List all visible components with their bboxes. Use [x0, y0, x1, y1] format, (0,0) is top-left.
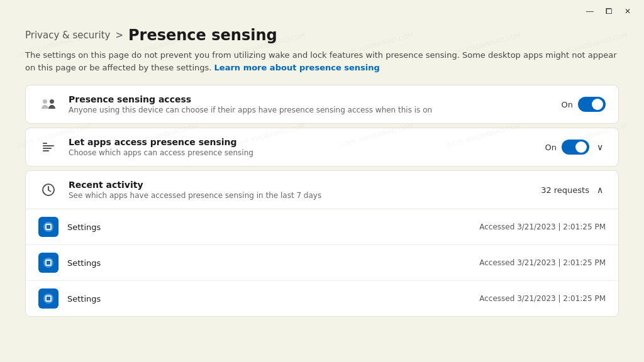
access-time: Accessed 3/21/2023 | 2:01:25 PM — [479, 258, 606, 267]
svg-rect-21 — [47, 299, 48, 300]
page-description: The settings on this page do not prevent… — [25, 49, 619, 74]
app-name: Settings — [67, 258, 470, 268]
svg-rect-12 — [45, 260, 52, 266]
let-apps-expand-button[interactable]: ∨ — [594, 140, 606, 155]
svg-rect-2 — [43, 148, 52, 149]
recent-activity-control: 32 requests ∧ — [541, 182, 606, 197]
main-content: Privacy & security > Presence sensing Th… — [0, 20, 644, 333]
svg-rect-18 — [45, 295, 52, 302]
svg-rect-6 — [45, 224, 52, 230]
learn-more-link[interactable]: Learn more about presence sensing — [214, 63, 380, 72]
restore-button[interactable]: ⧠ — [600, 5, 618, 18]
let-apps-access-card: Let apps access presence sensing Choose … — [25, 128, 619, 167]
minimize-button[interactable]: — — [581, 5, 599, 18]
activity-row: Settings Accessed 3/21/2023 | 2:01:25 PM — [26, 245, 618, 281]
breadcrumb-separator: > — [115, 30, 123, 41]
let-apps-access-title: Let apps access presence sensing — [69, 137, 535, 147]
presence-sensing-access-subtitle: Anyone using this device can choose if t… — [69, 106, 552, 114]
app-name: Settings — [67, 222, 470, 232]
svg-rect-20 — [48, 297, 50, 299]
app-icon — [38, 253, 58, 273]
recent-activity-header: Recent activity See which apps have acce… — [26, 171, 618, 209]
svg-rect-13 — [47, 261, 48, 263]
svg-rect-16 — [48, 263, 50, 265]
presence-sensing-access-title: Presence sensing access — [69, 94, 552, 104]
breadcrumb-parent[interactable]: Privacy & security — [25, 30, 110, 41]
svg-rect-8 — [48, 225, 50, 227]
title-bar: — ⧠ ✕ — [0, 0, 644, 20]
apps-icon — [38, 137, 58, 157]
access-time: Accessed 3/21/2023 | 2:01:25 PM — [479, 294, 606, 303]
svg-rect-15 — [47, 263, 48, 265]
presence-sensing-access-toggle-label: On — [562, 100, 573, 109]
app-icon — [38, 217, 58, 237]
presence-sensing-access-toggle[interactable] — [578, 97, 606, 112]
recent-activity-subtitle: See which apps have accessed presence se… — [69, 191, 531, 200]
app-name: Settings — [67, 294, 470, 304]
breadcrumb: Privacy & security > Presence sensing — [25, 26, 619, 44]
access-time: Accessed 3/21/2023 | 2:01:25 PM — [479, 222, 606, 231]
presence-sensing-access-text: Presence sensing access Anyone using thi… — [69, 94, 552, 114]
activity-rows: Settings Accessed 3/21/2023 | 2:01:25 PM… — [26, 209, 618, 316]
recent-activity-title: Recent activity — [69, 180, 531, 190]
app-icon — [38, 288, 58, 309]
let-apps-access-control: On ∨ — [545, 140, 606, 155]
activity-row: Settings Accessed 3/21/2023 | 2:01:25 PM — [26, 209, 618, 245]
let-apps-access-text: Let apps access presence sensing Choose … — [69, 137, 535, 157]
page-title: Presence sensing — [128, 26, 277, 44]
let-apps-toggle[interactable] — [562, 140, 589, 155]
requests-count: 32 requests — [541, 185, 589, 195]
svg-rect-7 — [47, 225, 48, 227]
svg-rect-22 — [48, 299, 50, 300]
svg-rect-14 — [48, 261, 50, 263]
recent-activity-text: Recent activity See which apps have acce… — [69, 180, 531, 200]
close-button[interactable]: ✕ — [619, 5, 636, 18]
recent-activity-icon — [38, 180, 58, 200]
svg-rect-10 — [48, 227, 50, 229]
let-apps-access-subtitle: Choose which apps can access presence se… — [69, 148, 535, 157]
svg-rect-9 — [47, 227, 48, 229]
svg-rect-3 — [43, 150, 49, 151]
presence-sensing-access-control: On — [562, 97, 606, 112]
recent-activity-card: Recent activity See which apps have acce… — [25, 170, 619, 317]
activity-row: Settings Accessed 3/21/2023 | 2:01:25 PM — [26, 281, 618, 316]
svg-rect-0 — [43, 143, 47, 144]
svg-rect-19 — [47, 297, 48, 299]
presence-icon — [38, 94, 58, 114]
svg-rect-1 — [43, 145, 54, 146]
let-apps-toggle-label: On — [545, 143, 557, 152]
presence-sensing-access-card: Presence sensing access Anyone using thi… — [25, 85, 619, 124]
recent-activity-collapse-button[interactable]: ∧ — [594, 182, 606, 197]
